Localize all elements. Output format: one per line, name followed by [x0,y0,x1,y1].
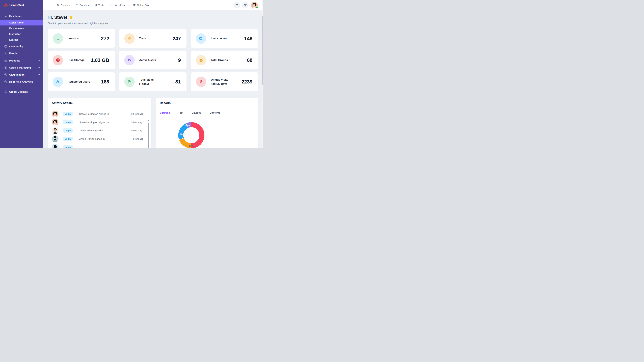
chevron-down-icon [38,59,40,62]
stat-value: 1.03 GB [91,57,109,63]
coins-icon [4,66,7,69]
chevron-down-icon [38,73,40,76]
main-content: Hi, Steve! Dive into your site-wide upda… [43,10,262,148]
page-scrollbar[interactable] [262,0,263,148]
trophy-button[interactable] [234,2,240,8]
users-icon [124,55,135,65]
topnav-item-courses[interactable]: Courses [57,4,70,6]
sidebar-item-label: Dashboard [9,15,38,17]
file-play-icon [110,4,112,6]
login-badge[interactable]: Login [62,112,73,116]
sidebar-item-reports-analytics[interactable]: Reports & Analytics [0,78,43,85]
activity-row: Login Arthur Daniel signed in 7 hours ag… [48,135,151,143]
stat-label: Disk Storage [68,58,84,62]
stat-card-active-users[interactable]: Active Users 9 [119,51,187,69]
topnav-item-online-store[interactable]: Online Store [133,4,151,6]
brand-logo[interactable]: BrainCert [0,0,43,10]
page-scrollbar-thumb[interactable] [262,16,263,85]
stat-label: Unique Visits (last 30 days) [211,78,228,86]
login-badge[interactable]: Login [62,145,73,148]
topnav-item-label: Live classes [114,4,128,6]
sidebar-item-label: Products [9,59,38,62]
layers-icon [57,4,60,6]
tab-classes[interactable]: Classes [192,111,201,117]
sidebar-item-products[interactable]: Products [0,57,43,64]
page-subtitle: Dive into your site-wide updates and hig… [48,22,109,25]
stat-label: Live classes [211,36,227,40]
shopping-bag-icon [4,59,7,62]
topbar: Courses Bundles Tests [43,0,262,10]
braincert-flower-icon [4,3,8,7]
hamburger-menu-icon[interactable] [48,3,51,7]
sidebar-subitem-ecommerce[interactable]: E-commerce [0,25,43,31]
stat-card-lessons[interactable]: Lessons 272 [48,29,115,48]
sidebar-item-label: Global Settings [9,90,40,93]
stat-card-registered-users[interactable]: Registered users 168 [48,72,115,91]
tab-courses[interactable]: Courses [160,111,170,117]
active-tab-underline [160,117,168,117]
stat-value: 272 [101,36,109,41]
sidebar-subitem-learner[interactable]: Learner [0,37,43,42]
trophy-icon [236,3,239,7]
chevron-down-icon [38,15,40,17]
activity-scrollbar[interactable] [148,120,149,148]
stat-card-live-classes[interactable]: Live classes 148 [191,29,258,48]
scroll-up-arrow-icon[interactable] [148,120,149,121]
donut-center-label: Total [189,144,194,147]
pencil-icon [124,33,135,44]
sidebar-item-global-settings[interactable]: Global Settings [0,88,43,95]
greeting-text: Hi, Steve! [48,15,68,20]
sidebar-subitem-label: Learner [9,38,18,41]
sidebar-item-label: Reports & Analytics [9,80,40,83]
activity-text: Jason Miller signed in [79,129,103,132]
tabs-border [156,117,258,117]
user-avatar[interactable] [251,2,258,8]
waving-hand-icon [69,15,73,19]
activity-time: 3 hours ago [131,113,143,115]
topnav-item-live-classes[interactable]: Live classes [110,4,128,6]
sidebar-item-people[interactable]: People [0,50,43,56]
topnav-item-label: Tests [98,4,104,6]
topnav-item-bundles[interactable]: Bundles [76,4,89,6]
tab-test[interactable]: Test [178,111,183,117]
login-badge[interactable]: Login [62,128,73,133]
stat-card-disk-storage[interactable]: Disk Storage 1.03 GB [48,51,115,69]
tab-contents[interactable]: Contents [210,111,220,117]
person-icon [4,52,7,55]
stat-value: 81 [175,79,181,85]
sidebar-subitem-label: Instructor [9,33,21,35]
sidebar: BrainCert Dashboard Super Admin E-commer… [0,0,43,148]
activity-stream-panel: Activity Stream Login Steve Harrington s… [48,97,152,148]
stat-label-line2: (Today) [139,82,154,86]
login-badge[interactable]: Login [62,137,73,141]
cart-button[interactable] [242,2,248,8]
sidebar-item-sales-marketing[interactable]: Sales & Marketing [0,64,43,71]
online-status-dot [256,6,258,8]
stat-card-total-visits[interactable]: Total Visits (Today) 81 [119,72,187,91]
stat-card-unique-visits[interactable]: Unique Visits (last 30 days) 2239 [191,72,258,91]
stat-card-total-groups[interactable]: Total Groups 68 [191,51,258,69]
sidebar-item-label: Gamification [9,73,38,76]
topnav-item-label: Bundles [80,4,89,6]
scrollbar-thumb[interactable] [148,123,149,148]
topnav-item-label: Courses [61,4,70,6]
stat-value: 2239 [241,79,252,85]
stat-card-tests[interactable]: Tests 247 [119,29,187,48]
stat-label-line1: Unique Visits [211,78,228,82]
sidebar-item-gamification[interactable]: Gamification [0,71,43,78]
stat-value: 148 [244,36,252,41]
sidebar-item-community[interactable]: Community [0,43,43,50]
sidebar-item-dashboard[interactable]: Dashboard [0,13,43,19]
stat-label: Registered users [68,80,90,84]
sidebar-subitem-super-admin[interactable]: Super Admin [0,20,43,25]
activity-text: Steve Harrington signed in [79,112,109,115]
stat-label: Lessons [68,36,79,40]
sidebar-subitem-instructor[interactable]: Instructor [0,31,43,37]
target-icon [4,73,7,76]
avatar [52,127,58,134]
users-icon [124,77,135,87]
topnav-item-label: Online Store [137,4,151,6]
topnav-item-tests[interactable]: Tests [94,4,104,6]
stat-label-line1: Total Visits [139,78,154,82]
login-badge[interactable]: Login [62,120,73,124]
